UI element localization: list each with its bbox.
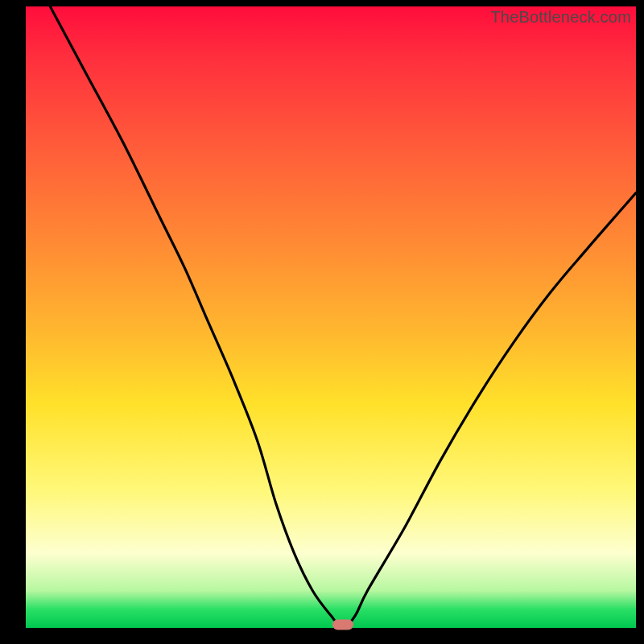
chart-frame: TheBottleneck.com bbox=[0, 0, 644, 644]
minimum-marker bbox=[332, 620, 353, 630]
bottleneck-curve bbox=[26, 6, 636, 628]
plot-area: TheBottleneck.com bbox=[26, 6, 636, 628]
